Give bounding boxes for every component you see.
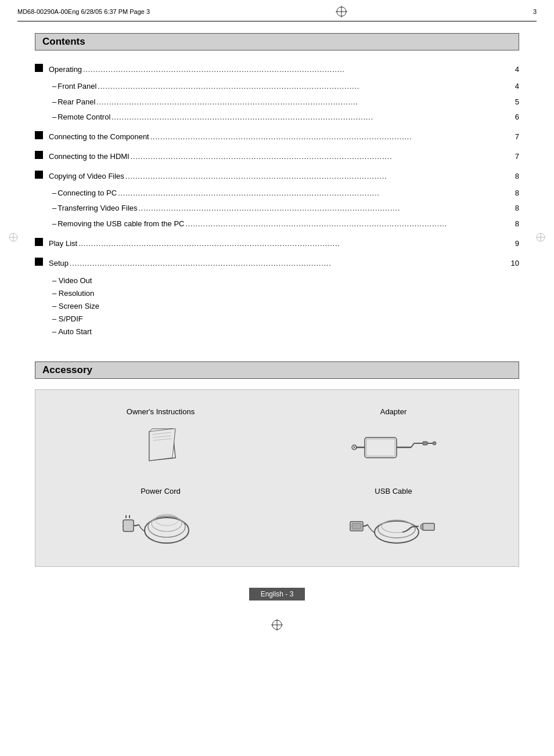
toc-page: 10	[508, 258, 519, 270]
svg-marker-10	[149, 429, 175, 461]
toc-text: Remote Control	[57, 111, 110, 124]
toc-sub-setup: Video Out Resolution Screen Size S/PDIF …	[35, 274, 519, 338]
toc-text: Removing the USB cable from the PC	[57, 218, 184, 230]
toc-page: 6	[508, 111, 519, 124]
toc-sub-operating: Front Panel 4 Rear Panel 5	[35, 81, 519, 126]
footer-badge: English - 3	[249, 588, 305, 601]
toc-label: Rear Panel 5	[52, 96, 519, 111]
toc-sub-item: Front Panel 4	[52, 81, 519, 95]
usbcable-icon	[347, 504, 440, 548]
setup-sub-item: Auto Start	[52, 325, 519, 338]
toc-label: Removing the USB cable from the PC 8	[52, 218, 519, 233]
accessory-label-adapter: Adapter	[380, 407, 407, 416]
toc-dots	[70, 258, 505, 270]
page: MD68-00290A-00Eng 6/28/05 6:37 PM Page 3…	[0, 0, 554, 756]
toc-page: 9	[508, 238, 519, 250]
instructions-icon	[138, 426, 184, 466]
toc-dots	[118, 187, 505, 200]
toc-item-copying: Copying of Video Files 8	[35, 169, 519, 185]
header-bar: MD68-00290A-00Eng 6/28/05 6:37 PM Page 3…	[0, 0, 554, 21]
svg-point-33	[155, 514, 178, 526]
toc-text: Transferring Video Files	[57, 202, 137, 215]
toc-sub-item: Transferring Video Files 8	[52, 202, 519, 217]
header-file-info: MD68-00290A-00Eng 6/28/05 6:37 PM Page 3	[17, 8, 150, 15]
toc-text: Front Panel	[57, 81, 96, 93]
toc-dots	[78, 238, 505, 251]
toc-text: Connecting to PC	[57, 187, 117, 200]
toc-text: Copying of Video Files	[49, 171, 124, 183]
toc-label: Operating 4	[49, 64, 519, 78]
toc-text: Play List	[49, 238, 77, 250]
svg-rect-16	[366, 439, 395, 456]
page-num-header: 3	[533, 8, 537, 15]
toc-dots	[125, 171, 505, 183]
toc-label: Connecting to the HDMI 7	[49, 151, 519, 165]
toc-page: 8	[508, 187, 519, 200]
toc-page: 4	[508, 81, 519, 93]
accessory-item-usbcable: USB Cable	[280, 487, 507, 549]
setup-sub-item: Video Out	[52, 274, 519, 287]
toc-bullet	[35, 258, 43, 266]
toc-label: Play List 9	[49, 238, 519, 252]
accessory-label-instructions: Owner's Instructions	[127, 407, 195, 416]
right-reg-mark	[535, 232, 546, 244]
toc-sub-item: Removing the USB cable from the PC 8	[52, 218, 519, 233]
toc-page: 4	[508, 64, 519, 76]
svg-marker-40	[420, 523, 423, 530]
left-reg-mark	[8, 232, 19, 244]
toc-page: 8	[508, 218, 519, 230]
toc-item-playlist: Play List 9	[35, 236, 519, 252]
svg-point-22	[433, 442, 436, 445]
bottom-center-crosshair	[270, 618, 284, 632]
accessory-image-powercord	[114, 502, 207, 549]
toc-page: 5	[508, 96, 519, 108]
toc-bullet	[35, 64, 43, 72]
toc-item-hdmi: Connecting to the HDMI 7	[35, 149, 519, 165]
toc-page: 8	[508, 202, 519, 215]
accessory-grid: Owner's Instructions	[47, 407, 507, 549]
accessory-image-usbcable	[347, 502, 440, 549]
toc-label: Setup 10	[49, 258, 519, 272]
toc-page: 7	[508, 131, 519, 143]
setup-sub-item: Screen Size	[52, 300, 519, 313]
bottom-crosshair	[0, 618, 554, 632]
accessory-box: Owner's Instructions	[35, 389, 519, 567]
toc-bullet	[35, 171, 43, 179]
toc-dots	[131, 151, 505, 164]
accessory-image-instructions	[114, 423, 207, 469]
svg-rect-27	[123, 520, 134, 531]
setup-sub-item: S/PDIF	[52, 313, 519, 325]
toc-text: Operating	[49, 64, 82, 76]
toc-sub-copying: Connecting to PC 8 Transferring Video Fi…	[35, 187, 519, 233]
toc-page: 7	[508, 151, 519, 163]
toc-label: Copying of Video Files 8	[49, 171, 519, 185]
page-content: Contents Operating 4 Front Panel	[0, 21, 554, 616]
toc-dots	[83, 64, 505, 77]
contents-section: Contents Operating 4 Front Panel	[35, 33, 519, 338]
toc-text: Setup	[49, 258, 69, 270]
toc-bullet	[35, 131, 43, 139]
toc-sub-item: Rear Panel 5	[52, 96, 519, 111]
toc-sub-item: Connecting to PC 8	[52, 187, 519, 202]
toc-dots	[185, 218, 505, 231]
svg-rect-39	[423, 523, 434, 530]
toc-item-operating: Operating 4	[35, 62, 519, 78]
accessory-section: Accessory Owner's Instructions	[35, 361, 519, 567]
toc-dots	[150, 131, 505, 144]
toc-dots	[98, 81, 505, 93]
toc-dots	[96, 96, 505, 109]
toc-label: Remote Control 6	[52, 111, 519, 126]
toc-text: Connecting to the Component	[49, 131, 149, 143]
toc-list: Operating 4 Front Panel 4	[35, 62, 519, 338]
svg-rect-35	[352, 523, 361, 529]
toc-item-setup: Setup 10	[35, 256, 519, 272]
toc-text: Rear Panel	[57, 96, 95, 108]
toc-page: 8	[508, 171, 519, 183]
accessory-item-adapter: Adapter	[280, 407, 507, 469]
toc-label: Transferring Video Files 8	[52, 202, 519, 217]
accessory-label-powercord: Power Cord	[141, 487, 181, 495]
top-center-crosshair	[334, 5, 348, 19]
toc-label: Front Panel 4	[52, 81, 519, 95]
svg-rect-20	[423, 442, 427, 445]
accessory-item-powercord: Power Cord	[47, 487, 274, 549]
